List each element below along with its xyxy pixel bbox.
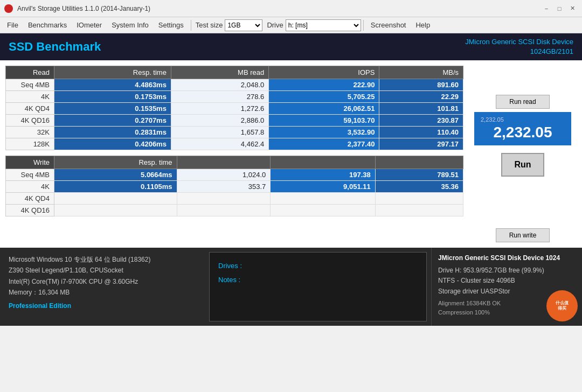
write-table-row: 4K QD4 (6, 193, 463, 205)
read-table-row: 128K 0.4206ms 4,462.4 2,377.40 297.17 (6, 138, 463, 150)
write-resp (54, 193, 177, 205)
write-mbs (375, 205, 463, 216)
read-table: Read Resp. time MB read IOPS MB/s Seq 4M… (5, 66, 463, 150)
write-table-row: Seq 4MB 5.0664ms 1,024.0 197.38 789.51 (6, 169, 463, 181)
run-button[interactable]: Run (501, 153, 544, 177)
menu-settings[interactable]: Settings (154, 18, 189, 32)
sys-info-line: Memory：16,304 MB (9, 287, 196, 298)
device-title: JMicron Generic SCSI Disk Device 1024 (438, 253, 576, 263)
drive-group: Drive h: [ms] (267, 19, 361, 31)
read-mbs: 22.29 (379, 91, 463, 103)
write-iops: 197.38 (271, 169, 375, 181)
read-mbs: 101.81 (379, 103, 463, 115)
menu-sysinfo[interactable]: System Info (107, 18, 154, 32)
close-button[interactable]: ✕ (567, 4, 578, 13)
write-resp: 5.0664ms (54, 169, 177, 181)
table-area: Read Resp. time MB read IOPS MB/s Seq 4M… (5, 66, 463, 242)
read-iops: 3,532.90 (269, 127, 379, 138)
read-iops: 2,377.40 (269, 138, 379, 150)
run-write-button[interactable]: Run write (496, 228, 550, 242)
notes-label: Notes : (218, 273, 418, 287)
menu-file[interactable]: File (2, 18, 23, 32)
write-mbs (375, 193, 463, 205)
drives-notes: Drives : Notes : (218, 259, 418, 287)
menu-bar: File Benchmarks IOmeter System Info Sett… (0, 17, 582, 33)
status-bar: Microsoft Windows 10 专业版 64 位 Build (183… (0, 248, 582, 326)
write-table-row: 4K 0.1105ms 353.7 9,051.11 35.36 (6, 181, 463, 193)
divider-2 (363, 20, 364, 31)
read-row-label: 32K (6, 127, 54, 138)
read-table-row: 4K 0.1753ms 278.6 5,705.25 22.29 (6, 91, 463, 103)
read-mbs: 110.40 (379, 127, 463, 138)
read-iops: 59,103.70 (269, 115, 379, 127)
minimize-button[interactable]: − (541, 4, 552, 13)
write-mb: 1,024.0 (177, 169, 271, 181)
menu-benchmarks[interactable]: Benchmarks (23, 18, 72, 32)
col-header-mb: MB read (171, 66, 268, 79)
sys-info-line: Microsoft Windows 10 专业版 64 位 Build (183… (9, 254, 196, 265)
read-mbs: 297.17 (379, 138, 463, 150)
right-controls: Run read 2,232.05 2,232.05 Run Run write (469, 66, 577, 242)
write-row-label: Seq 4MB (6, 169, 54, 181)
write-table-row: 4K QD16 (6, 205, 463, 216)
menu-screenshot[interactable]: Screenshot (366, 18, 411, 32)
read-table-row: Seq 4MB 4.4863ms 2,048.0 222.90 891.60 (6, 79, 463, 91)
device-info: JMicron Generic SCSI Disk Device 1024GB/… (465, 37, 573, 57)
read-mbs: 891.60 (379, 79, 463, 91)
test-size-select[interactable]: 1GB 4GB 32MB (225, 19, 262, 31)
main-content: Read Resp. time MB read IOPS MB/s Seq 4M… (0, 60, 582, 248)
write-resp: 0.1105ms (54, 181, 177, 193)
menu-iometer[interactable]: IOmeter (72, 18, 107, 32)
device-line2: 1024GB/2101 (465, 47, 573, 57)
read-row-label: 128K (6, 138, 54, 150)
benchmark-title: SSD Benchmark (9, 40, 101, 54)
write-row-label: 4K (6, 181, 54, 193)
drives-label: Drives : (218, 259, 418, 273)
read-row-label: Seq 4MB (6, 79, 54, 91)
write-mb: 353.7 (177, 181, 271, 193)
device-detail-line: Drive H: 953.9/952.7GB free (99.9%) (438, 265, 576, 276)
benchmark-header: SSD Benchmark JMicron Generic SCSI Disk … (0, 33, 582, 60)
score-value: 2,232.05 (481, 124, 565, 141)
divider-1 (191, 20, 191, 31)
write-mbs: 789.51 (375, 169, 463, 181)
test-size-label: Test size (196, 21, 223, 29)
system-info: Microsoft Windows 10 专业版 64 位 Build (183… (9, 254, 196, 298)
window-controls: − □ ✕ (541, 4, 578, 13)
drive-select[interactable]: h: [ms] (286, 19, 361, 31)
read-mb: 4,462.4 (171, 138, 268, 150)
col-header-write: Write (6, 156, 54, 169)
col-header-write-mbs (375, 156, 463, 169)
title-bar: Anvil's Storage Utilities 1.1.0 (2014-Ja… (0, 0, 582, 17)
maximize-button[interactable]: □ (554, 4, 565, 13)
read-resp: 0.1753ms (54, 91, 171, 103)
col-header-write-mb (177, 156, 271, 169)
write-row-label: 4K QD16 (6, 205, 54, 216)
menu-help[interactable]: Help (411, 18, 435, 32)
read-iops: 5,705.25 (269, 91, 379, 103)
write-resp (54, 205, 177, 216)
sys-info-line: Intel(R) Core(TM) i7-9700K CPU @ 3.60GHz (9, 276, 196, 287)
col-header-read: Read (6, 66, 54, 79)
read-mb: 2,048.0 (171, 79, 268, 91)
col-header-write-iops (271, 156, 375, 169)
read-resp: 0.1535ms (54, 103, 171, 115)
score-box: 2,232.05 2,232.05 (474, 112, 571, 145)
sys-info-line: Z390 Steel Legend/P1.10B, CPUSocket (9, 265, 196, 276)
write-iops: 9,051.11 (271, 181, 375, 193)
watermark: 什么值得买 (546, 290, 578, 321)
test-size-group: Test size 1GB 4GB 32MB (196, 19, 263, 31)
read-row-label: 4K QD16 (6, 115, 54, 127)
run-read-button[interactable]: Run read (496, 95, 550, 109)
device-detail-line: NTFS - Cluster size 4096B (438, 276, 576, 286)
app-icon (4, 4, 13, 13)
read-mb: 1,657.8 (171, 127, 268, 138)
read-table-row: 4K QD4 0.1535ms 1,272.6 26,062.51 101.81 (6, 103, 463, 115)
read-resp: 0.2707ms (54, 115, 171, 127)
write-iops (271, 193, 375, 205)
read-mb: 1,272.6 (171, 103, 268, 115)
col-header-iops: IOPS (269, 66, 379, 79)
write-iops (271, 205, 375, 216)
col-header-write-resp: Resp. time (54, 156, 177, 169)
read-resp: 4.4863ms (54, 79, 171, 91)
